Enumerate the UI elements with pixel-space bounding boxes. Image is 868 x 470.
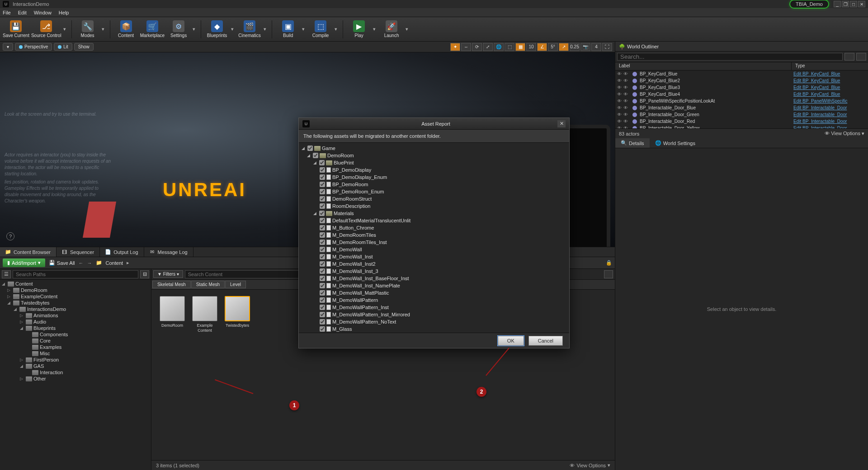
outliner-search-input[interactable] xyxy=(617,53,843,61)
tree-checkbox[interactable] xyxy=(320,247,325,252)
coord-space-icon[interactable]: 🌐 xyxy=(494,43,504,51)
eye-icon[interactable]: 👁 xyxy=(617,85,623,90)
actor-type-link[interactable]: Edit BP_Interactable_Door xyxy=(793,119,847,124)
settings-button[interactable]: ⚙Settings xyxy=(166,18,191,41)
tree-checkbox[interactable] xyxy=(319,211,325,216)
eye-icon[interactable]: 👁 xyxy=(623,71,630,76)
filter-chip[interactable]: Skeletal Mesh xyxy=(152,281,191,288)
eye-icon[interactable]: 👁 xyxy=(617,78,623,83)
actor-type-link[interactable]: Edit BP_Interactable_Door xyxy=(793,112,847,117)
eye-icon[interactable]: 👁 xyxy=(623,85,630,90)
outliner-row[interactable]: 👁👁BP_PanelWithSpecificPositionLookAtEdit… xyxy=(615,98,868,104)
close-button[interactable]: ✕ xyxy=(858,1,865,7)
camera-speed-value[interactable]: 4 xyxy=(591,43,601,51)
compile-button[interactable]: ⬚Compile xyxy=(308,18,333,41)
tree-item[interactable]: ◢Twistedbytes xyxy=(0,300,151,306)
tree-item[interactable]: ◢Blueprints xyxy=(0,325,151,331)
tree-item[interactable]: BP_DemoDisplay_Enum xyxy=(301,174,567,181)
minimize-button[interactable]: _ xyxy=(834,1,841,7)
tree-checkbox[interactable] xyxy=(320,240,325,245)
tree-checkbox[interactable] xyxy=(320,268,325,274)
tree-item[interactable]: M_DemoWall_Inst_BaseFloor_Inst xyxy=(301,275,567,282)
tree-item[interactable]: M_DemoWallPattern_Inst xyxy=(301,304,567,311)
tree-checkbox[interactable] xyxy=(320,174,325,180)
tree-checkbox[interactable] xyxy=(320,167,325,173)
outliner-list[interactable]: 👁👁BP_KeyCard_BlueEdit BP_KeyCard_Blue👁👁B… xyxy=(615,70,868,128)
maximize-button[interactable]: □ xyxy=(850,1,857,7)
restore-button[interactable]: ❐ xyxy=(842,1,849,7)
filter-chip[interactable]: Level xyxy=(225,281,246,288)
dropdown-icon[interactable]: ▾ xyxy=(302,26,307,32)
save-all-button[interactable]: 💾 Save All xyxy=(49,260,75,266)
tree-checkbox[interactable] xyxy=(320,189,325,194)
tree-checkbox[interactable] xyxy=(320,254,325,259)
settings-icon[interactable] xyxy=(604,270,613,278)
dropdown-icon[interactable]: ▾ xyxy=(335,26,339,32)
search-paths-input[interactable] xyxy=(13,270,138,278)
sources-toggle-icon[interactable]: ☰ xyxy=(2,270,11,278)
outliner-row[interactable]: 👁👁BP_Interactable_Door_GreenEdit BP_Inte… xyxy=(615,111,868,118)
transform-scale-icon[interactable]: ⤢ xyxy=(483,43,493,51)
filters-button[interactable]: ▼ Filters ▾ xyxy=(153,270,183,278)
dropdown-icon[interactable]: ▾ xyxy=(231,26,236,32)
outliner-row[interactable]: 👁👁BP_KeyCard_Blue3Edit BP_KeyCard_Blue xyxy=(615,84,868,91)
save-current-button[interactable]: 💾Save Current xyxy=(3,18,29,41)
tree-checkbox[interactable] xyxy=(320,326,325,332)
tab-world-outliner[interactable]: 🌳World Outliner xyxy=(615,42,868,52)
play-button[interactable]: ▶Play xyxy=(347,18,371,41)
tab-output-log[interactable]: 📄Output Log xyxy=(100,247,144,257)
transform-rotate-icon[interactable]: ⟳ xyxy=(472,43,482,51)
tree-checkbox[interactable] xyxy=(320,232,325,238)
blueprints-button[interactable]: ◆Blueprints xyxy=(205,18,229,41)
eye-icon[interactable]: 👁 xyxy=(623,112,630,117)
cancel-button[interactable]: Cancel xyxy=(528,336,563,346)
asset-folder[interactable]: Example Content xyxy=(190,296,219,333)
tab-sequencer[interactable]: 🎞Sequencer xyxy=(57,247,100,257)
tree-checkbox[interactable] xyxy=(320,305,325,310)
tree-checkbox[interactable] xyxy=(319,160,325,165)
tree-item[interactable]: Core xyxy=(0,338,151,344)
tree-item[interactable]: ◢InteractionsDemo xyxy=(0,306,151,312)
eye-icon[interactable]: 👁 xyxy=(623,78,630,83)
tree-checkbox[interactable] xyxy=(313,153,318,158)
eye-icon[interactable]: 👁 xyxy=(623,99,630,103)
tree-item[interactable]: M_DemoRoomTiles xyxy=(301,231,567,239)
tree-item[interactable]: M_DemoWallPattern xyxy=(301,296,567,304)
eye-icon[interactable]: 👁 xyxy=(617,119,623,124)
nav-forward-icon[interactable]: → xyxy=(87,260,92,266)
dropdown-icon[interactable]: ▾ xyxy=(373,26,377,32)
outliner-row[interactable]: 👁👁BP_KeyCard_Blue4Edit BP_KeyCard_Blue xyxy=(615,91,868,98)
dropdown-icon[interactable]: ▾ xyxy=(193,26,197,32)
view-options-button[interactable]: 👁 View Options ▾ xyxy=(570,462,610,468)
transform-select-icon[interactable]: ✦ xyxy=(450,43,460,51)
tree-checkbox[interactable] xyxy=(320,203,325,209)
actor-type-link[interactable]: Edit BP_Interactable_Door xyxy=(793,105,847,110)
maximize-viewport-icon[interactable]: ⛶ xyxy=(602,43,612,51)
eye-icon[interactable]: 👁 xyxy=(617,105,623,110)
tree-item[interactable]: ▷DemoRoom xyxy=(0,287,151,293)
tree-item[interactable]: ▷Animations xyxy=(0,312,151,319)
tree-item[interactable]: Interaction xyxy=(0,369,151,376)
tree-checkbox[interactable] xyxy=(307,146,313,151)
tree-checkbox[interactable] xyxy=(320,182,325,187)
nav-back-icon[interactable]: ← xyxy=(79,260,84,266)
eye-icon[interactable]: 👁 xyxy=(623,92,630,97)
tree-item[interactable]: ▷ExampleContent xyxy=(0,293,151,300)
ok-button[interactable]: OK xyxy=(498,336,524,346)
tree-item[interactable]: DefaultTextMaterialTranslucentUnlit xyxy=(301,217,567,224)
dropdown-icon[interactable]: ▾ xyxy=(63,26,68,32)
tree-item[interactable]: ▷Other xyxy=(0,376,151,382)
asset-folder[interactable]: Twistedbytes xyxy=(223,296,252,333)
tree-item[interactable]: BP_DemoRoom_Enum xyxy=(301,188,567,195)
launch-button[interactable]: 🚀Launch xyxy=(379,18,404,41)
help-icon[interactable]: ? xyxy=(6,232,14,240)
tree-item[interactable]: M_DemoWall_Inst2 xyxy=(301,260,567,268)
tree-item[interactable]: ◢DemoRoom xyxy=(301,152,567,159)
eye-icon[interactable]: 👁 xyxy=(617,112,623,117)
perspective-button[interactable]: Perspective xyxy=(15,43,52,51)
scale-snap-value[interactable]: 0.25 xyxy=(570,43,580,51)
surface-snap-icon[interactable]: ⬚ xyxy=(505,43,514,51)
dropdown-icon[interactable]: ▾ xyxy=(264,26,268,32)
tree-checkbox[interactable] xyxy=(320,290,325,296)
eye-icon[interactable]: 👁 xyxy=(623,105,630,110)
